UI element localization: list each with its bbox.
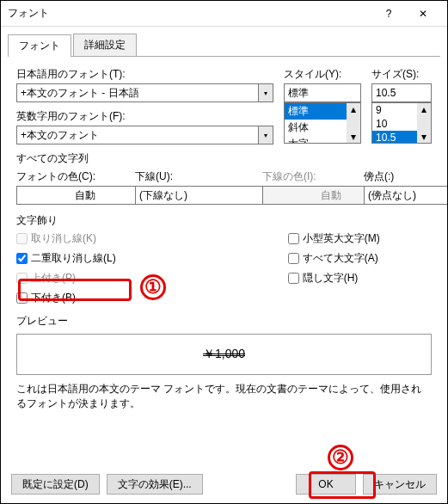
hidden-checkbox[interactable]: 隠し文字(H) <box>288 271 380 286</box>
superscript-checkbox[interactable]: 上付き(P) <box>16 271 116 286</box>
tab-bar: フォント 詳細設定 <box>8 34 440 57</box>
allcaps-checkbox[interactable]: すべて大文字(A) <box>288 251 380 266</box>
underline-color-label: 下線の色(I): <box>262 169 348 184</box>
set-default-button[interactable]: 既定に設定(D) <box>11 474 100 495</box>
double-strike-checkbox[interactable]: 二重取り消し線(L) <box>16 251 116 266</box>
size-label: サイズ(S): <box>371 67 432 82</box>
cancel-button[interactable]: キャンセル <box>363 474 437 495</box>
underline-color-combo: ▾ <box>262 186 348 205</box>
en-font-label: 英数字用のフォント(F): <box>16 109 273 124</box>
dialog-content: 日本語用のフォント(T): ▾ 英数字用のフォント(F): ▾ スタイル(Y):… <box>1 57 447 421</box>
style-label: スタイル(Y): <box>284 67 361 82</box>
dropdown-icon[interactable]: ▾ <box>258 126 273 144</box>
size-listbox[interactable]: 9 10 10.5 ▴▾ <box>371 102 432 144</box>
size-input[interactable] <box>371 83 432 102</box>
jp-font-label: 日本語用のフォント(T): <box>16 67 273 82</box>
tab-advanced[interactable]: 詳細設定 <box>73 34 137 56</box>
subscript-checkbox[interactable]: 下付き(B) <box>16 291 116 305</box>
style-listbox[interactable]: 標準 斜体 太字 ▴▾ <box>284 102 361 144</box>
emphasis-label: 傍点(:) <box>364 169 441 184</box>
dialog-footer: 既定に設定(D) 文字の効果(E)... OK キャンセル <box>1 474 447 495</box>
text-effects-button[interactable]: 文字の効果(E)... <box>107 474 203 495</box>
help-button[interactable]: ? <box>371 2 406 26</box>
close-button[interactable]: ✕ <box>406 2 440 26</box>
en-font-combo[interactable]: ▾ <box>16 126 273 144</box>
preview-label: プレビュー <box>16 314 432 329</box>
annotation-number-2: ② <box>328 445 353 470</box>
emphasis-combo[interactable]: ▾ <box>364 186 441 205</box>
scrollbar[interactable]: ▴▾ <box>347 103 360 143</box>
tab-font[interactable]: フォント <box>8 34 71 57</box>
theme-note: これは日本語用の本文のテーマ フォントです。現在の文書のテーマによって、使用され… <box>16 382 432 411</box>
preview-text: ￥1,000 <box>203 347 245 362</box>
preview-box: ￥1,000 <box>16 334 432 375</box>
en-font-input[interactable] <box>16 126 258 144</box>
strike-checkbox[interactable]: 取り消し線(K) <box>16 231 116 246</box>
jp-font-input[interactable] <box>16 83 258 102</box>
style-input[interactable] <box>284 83 361 102</box>
font-color-combo[interactable]: ▾ <box>16 186 120 205</box>
underline-label: 下線(U): <box>135 169 247 184</box>
font-color-label: フォントの色(C): <box>16 169 120 184</box>
dropdown-icon[interactable]: ▾ <box>258 83 273 102</box>
jp-font-combo[interactable]: ▾ <box>16 83 273 102</box>
all-chars-label: すべての文字列 <box>16 151 432 166</box>
ok-button[interactable]: OK <box>296 474 356 495</box>
underline-combo[interactable]: ▾ <box>135 186 247 205</box>
window-title: フォント <box>8 6 371 21</box>
scrollbar[interactable]: ▴▾ <box>417 103 431 143</box>
titlebar: フォント ? ✕ <box>1 1 447 27</box>
smallcaps-checkbox[interactable]: 小型英大文字(M) <box>288 231 380 246</box>
decoration-label: 文字飾り <box>16 213 432 228</box>
